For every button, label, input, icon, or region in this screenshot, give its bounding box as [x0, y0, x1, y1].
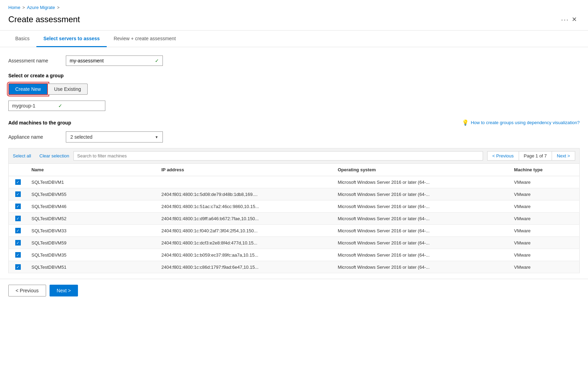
- clear-selection-link[interactable]: Clear selection: [40, 153, 69, 158]
- row-ip: 2404:f801:4800:1c:5d08:de79:d48b:1db8,16…: [157, 188, 334, 200]
- breadcrumb-sep2: >: [57, 5, 60, 10]
- row-checkbox-cell: [9, 261, 27, 273]
- row-checkbox[interactable]: [15, 264, 21, 270]
- row-ip: [157, 176, 334, 188]
- assessment-name-input-container: ✓: [66, 55, 163, 66]
- select-all-link[interactable]: Select all: [13, 153, 31, 158]
- row-os: Microsoft Windows Server 2016 or later (…: [334, 213, 510, 225]
- row-checkbox-cell: [9, 176, 27, 188]
- row-checkbox[interactable]: [15, 216, 21, 221]
- machines-table: Name IP address Operating system Machine…: [8, 163, 580, 273]
- breadcrumb-sep1: >: [23, 5, 25, 10]
- bottom-prev-button[interactable]: < Previous: [8, 285, 46, 296]
- group-input-row: mygroup-1 ✓: [8, 101, 580, 111]
- row-machine-type: VMware: [510, 188, 580, 200]
- col-header-os: Operating system: [334, 164, 510, 176]
- row-ip: 2404:f801:4800:1c:f040:2af7:3f04:2f54,10…: [157, 225, 334, 237]
- pagination-controls: < Previous Page 1 of 7 Next >: [487, 151, 575, 161]
- row-name: SQLTestDBVM46: [27, 200, 157, 213]
- tab-review[interactable]: Review + create assessment: [107, 31, 183, 47]
- page-info: Page 1 of 7: [519, 151, 552, 161]
- page-header: Create assessment ··· ✕: [0, 12, 588, 31]
- add-machines-header: Add machines to the group 💡 How to creat…: [8, 119, 580, 126]
- row-checkbox[interactable]: [15, 204, 21, 209]
- bottom-nav: < Previous Next >: [0, 279, 588, 302]
- row-checkbox[interactable]: [15, 228, 21, 233]
- row-checkbox-cell: [9, 237, 27, 249]
- row-checkbox-cell: [9, 200, 27, 213]
- row-ip: 2404:f801:4800:1c:b059:ec37:89fc:aa7a,10…: [157, 249, 334, 261]
- bulb-icon: 💡: [462, 119, 469, 126]
- group-name-check-icon: ✓: [58, 103, 102, 109]
- row-machine-type: VMware: [510, 200, 580, 213]
- row-checkbox-cell: [9, 249, 27, 261]
- row-checkbox[interactable]: [15, 179, 21, 185]
- assessment-name-input[interactable]: [70, 58, 152, 63]
- table-row: SQLTestDBVM52 2404:f801:4800:1c:d9ff:a64…: [9, 213, 580, 225]
- row-os: Microsoft Windows Server 2016 or later (…: [334, 225, 510, 237]
- col-header-machine-type: Machine type: [510, 164, 580, 176]
- appliance-dropdown[interactable]: 2 selected ▼: [66, 131, 163, 143]
- dependency-viz-help-link[interactable]: 💡 How to create groups using dependency …: [462, 119, 580, 126]
- row-checkbox[interactable]: [15, 191, 21, 197]
- tab-basics[interactable]: Basics: [8, 31, 36, 47]
- next-page-button[interactable]: Next >: [552, 151, 575, 161]
- table-row: SQLTestDBVM59 2404:f801:4800:1c:dcf3:e2e…: [9, 237, 580, 249]
- row-name: SQLTestDBVM1: [27, 176, 157, 188]
- group-name-value: mygroup-1: [12, 103, 55, 109]
- row-machine-type: VMware: [510, 249, 580, 261]
- search-filter-input[interactable]: [73, 151, 483, 161]
- row-ip: 2404:f801:4800:1c:51ac:c7a2:46cc:9860,10…: [157, 200, 334, 213]
- breadcrumb-home[interactable]: Home: [8, 5, 20, 10]
- breadcrumb: Home > Azure Migrate >: [0, 0, 588, 12]
- bottom-next-button[interactable]: Next >: [50, 285, 78, 296]
- add-machines-title: Add machines to the group: [8, 120, 71, 126]
- row-checkbox-cell: [9, 213, 27, 225]
- row-machine-type: VMware: [510, 261, 580, 273]
- row-os: Microsoft Windows Server 2016 or later (…: [334, 249, 510, 261]
- row-machine-type: VMware: [510, 176, 580, 188]
- row-name: SQLTestDBVM52: [27, 213, 157, 225]
- tab-select-servers[interactable]: Select servers to assess: [36, 31, 107, 47]
- row-os: Microsoft Windows Server 2016 or later (…: [334, 237, 510, 249]
- create-new-button[interactable]: Create New: [8, 83, 48, 95]
- row-machine-type: VMware: [510, 213, 580, 225]
- row-checkbox[interactable]: [15, 240, 21, 246]
- group-name-input-container[interactable]: mygroup-1 ✓: [8, 101, 105, 111]
- table-row: SQLTestDBVM46 2404:f801:4800:1c:51ac:c7a…: [9, 200, 580, 213]
- row-checkbox[interactable]: [15, 252, 21, 258]
- row-os: Microsoft Windows Server 2016 or later (…: [334, 261, 510, 273]
- main-content: Assessment name ✓ Select or create a gro…: [0, 55, 588, 273]
- appliance-value: 2 selected: [70, 134, 93, 140]
- row-checkbox-cell: [9, 225, 27, 237]
- row-ip: 2404:f801:4800:1c:d9ff:a646:b672:7fae,10…: [157, 213, 334, 225]
- row-ip: 2404:f801:4800:1c:c86d:1797:f9ad:6e47,10…: [157, 261, 334, 273]
- use-existing-button[interactable]: Use Existing: [48, 84, 88, 95]
- breadcrumb-azure-migrate[interactable]: Azure Migrate: [27, 5, 55, 10]
- assessment-name-label: Assessment name: [8, 58, 60, 63]
- row-checkbox-cell: [9, 188, 27, 200]
- col-header-check: [9, 164, 27, 176]
- row-ip: 2404:f801:4800:1c:dcf3:e2e8:8f4d:477d,10…: [157, 237, 334, 249]
- row-name: SQLTestDBVM51: [27, 261, 157, 273]
- row-name: SQLTestDBVM33: [27, 225, 157, 237]
- row-machine-type: VMware: [510, 225, 580, 237]
- table-row: SQLTestDBVM55 2404:f801:4800:1c:5d08:de7…: [9, 188, 580, 200]
- table-row: SQLTestDBVM51 2404:f801:4800:1c:c86d:179…: [9, 261, 580, 273]
- chevron-down-icon: ▼: [155, 135, 158, 139]
- row-name: SQLTestDBVM55: [27, 188, 157, 200]
- header-dots-menu[interactable]: ···: [561, 16, 569, 24]
- table-header-row: Name IP address Operating system Machine…: [9, 164, 580, 176]
- table-row: SQLTestDBVM35 2404:f801:4800:1c:b059:ec3…: [9, 249, 580, 261]
- prev-page-button[interactable]: < Previous: [487, 151, 519, 161]
- row-os: Microsoft Windows Server 2016 or later (…: [334, 188, 510, 200]
- assessment-name-row: Assessment name ✓: [8, 55, 580, 66]
- col-header-ip: IP address: [157, 164, 334, 176]
- table-row: SQLTestDBVM1 Microsoft Windows Server 20…: [9, 176, 580, 188]
- tab-bar: Basics Select servers to assess Review +…: [0, 31, 588, 47]
- row-name: SQLTestDBVM35: [27, 249, 157, 261]
- table-controls: Select all Clear selection < Previous Pa…: [8, 148, 580, 163]
- group-type-buttons: Create New Use Existing: [8, 83, 580, 95]
- appliance-row: Appliance name 2 selected ▼: [8, 131, 580, 143]
- close-button[interactable]: ✕: [569, 14, 580, 25]
